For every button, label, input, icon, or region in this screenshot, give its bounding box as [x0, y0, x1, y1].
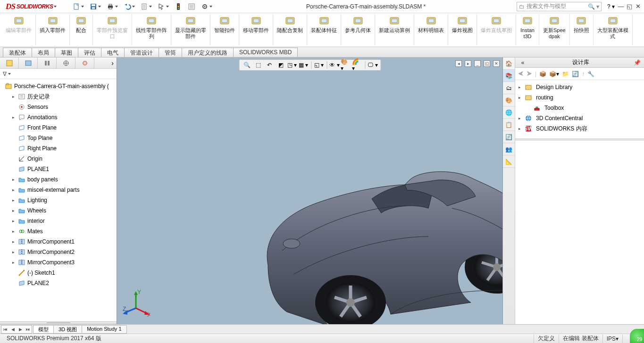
eye-button[interactable]: 👁 ▾ [329, 60, 340, 70]
tree-item[interactable]: ▸Annotations [0, 112, 117, 122]
tp-tab-view[interactable]: 🎨 [503, 94, 515, 106]
cm-tab-1[interactable]: 布局 [32, 48, 55, 57]
tree-item[interactable]: ▸PLANE2 [0, 278, 117, 288]
cm-tab-6[interactable]: 管筒 [159, 48, 182, 57]
tp-tab-design[interactable]: 📚 [503, 70, 515, 82]
ribbon-mate[interactable]: 配合 [72, 14, 91, 45]
cm-tab-7[interactable]: 用户定义的线路 [182, 48, 234, 57]
tree-item[interactable]: ▸miscel-external parts [0, 185, 117, 195]
help-button[interactable]: ? ▾ [605, 3, 617, 10]
prev-view-button[interactable]: ↶ [264, 60, 275, 70]
ribbon-insert-part[interactable]: 插入零部件 [38, 14, 67, 45]
hide-show-button[interactable]: ◱ ▾ [314, 60, 324, 70]
feature-filter[interactable]: ∇ [0, 69, 117, 79]
tp-add-button[interactable]: 📦▾ [549, 71, 559, 77]
vp-rest-button[interactable]: ◱ [484, 60, 490, 67]
design-lib-item[interactable]: Toolbox [516, 103, 643, 113]
tp-config-button[interactable]: 🔧 [587, 71, 594, 77]
tp-back-button[interactable]: ⮜ [518, 71, 524, 77]
tp-tab-props[interactable]: 📋 [503, 119, 515, 131]
vp-min-button[interactable]: _ [474, 60, 481, 67]
view-orient-button[interactable]: ◳ ▾ [287, 60, 297, 70]
cm-tab-5[interactable]: 管道设计 [124, 48, 159, 57]
ribbon-assy-feat[interactable]: 装配体特征 [309, 14, 339, 45]
tree-item[interactable]: ▸MirrorComponent2 [0, 247, 117, 257]
tree-item[interactable]: ▸Lighting [0, 195, 117, 205]
tab-3dview[interactable]: 3D 视图 [53, 325, 82, 334]
screen-button[interactable]: 🖵 ▾ [368, 60, 378, 70]
tp-tab-misc[interactable]: 📐 [503, 155, 515, 168]
ribbon-smart-fast[interactable]: 智能扣件 [212, 14, 237, 45]
status-units[interactable]: IPS ▾ [602, 335, 622, 343]
ribbon-ref-geom[interactable]: 参考几何体 [343, 14, 373, 45]
ribbon-speedpak[interactable]: 更新Speedpak [541, 14, 568, 45]
tree-item[interactable]: ▸Right Plane [0, 143, 117, 154]
qat-undo-button[interactable] [122, 1, 137, 12]
tree-root[interactable]: Porsche-Carrera-GT-main-assembly ( [0, 81, 117, 91]
qat-save-button[interactable] [88, 1, 103, 12]
tree-item[interactable]: ▸MirrorComponent3 [0, 257, 117, 268]
tree-item[interactable]: ▸Origin [0, 154, 117, 164]
fm-tab-feature[interactable] [0, 57, 19, 68]
design-lib-item[interactable]: ▸3D ContentCentral [516, 113, 643, 123]
tab-model[interactable]: 模型 [33, 325, 54, 334]
tree-item[interactable]: ▸(-) Sketch1 [0, 268, 117, 278]
tp-collapse-button[interactable]: « [518, 59, 527, 66]
cm-tab-4[interactable]: 电气 [101, 48, 125, 57]
fm-tab-display[interactable] [75, 57, 94, 68]
notification-badge[interactable]: 29 [630, 329, 644, 343]
tp-tab-appear[interactable]: 🌐 [503, 106, 515, 119]
vp-close-button[interactable]: ✕ [493, 60, 500, 67]
cm-tab-0[interactable]: 装配体 [3, 48, 32, 57]
ribbon-move-part[interactable]: 移动零部件 [241, 14, 271, 45]
design-lib-item[interactable]: ▸Design Library [516, 82, 643, 92]
ribbon-rand-mate[interactable]: 随配合复制 [275, 14, 305, 45]
vp-forward-button[interactable]: ▸ [465, 60, 471, 67]
qat-traffic-button[interactable] [173, 1, 184, 12]
tp-new-button[interactable]: 📦 [539, 71, 546, 77]
tree-item[interactable]: ▸Wheels [0, 205, 117, 216]
tree-item[interactable]: ▸PLANE1 [0, 164, 117, 174]
search-input[interactable]: 🗀 搜索文件与模型 🔍 ▾ [517, 2, 602, 11]
restore-button[interactable]: ◱ [625, 3, 634, 10]
close-button[interactable]: ✕ [634, 3, 642, 10]
tp-reload-button[interactable]: 🔄 [572, 71, 579, 77]
nav-first[interactable]: ⏮ [1, 327, 9, 332]
fm-tab-dim[interactable] [57, 57, 75, 68]
design-lib-item[interactable]: ▸routing [516, 92, 643, 103]
appearance-button[interactable]: 🎨 ▾ [341, 60, 351, 70]
ribbon-motion[interactable]: 新建运动算例 [377, 14, 412, 45]
minimize-button[interactable]: — [617, 3, 625, 10]
design-lib-item[interactable]: ▸SWSOLIDWORKS 内容 [516, 123, 643, 134]
qat-gear-button[interactable] [199, 1, 214, 12]
cm-tab-3[interactable]: 评估 [78, 48, 101, 57]
qat-options-button[interactable] [186, 1, 197, 12]
tp-forward-button[interactable]: ⮞ [527, 71, 532, 77]
fm-tab-property[interactable] [19, 57, 38, 68]
qat-rebuild-button[interactable] [139, 1, 154, 12]
tree-item[interactable]: ▸Sensors [0, 102, 117, 112]
tab-motion[interactable]: Motion Study 1 [82, 325, 126, 334]
tp-tab-refresh[interactable]: 🔄 [503, 131, 515, 143]
tree-item[interactable]: ▸interior [0, 216, 117, 226]
tree-item[interactable]: ▸MirrorComponent1 [0, 237, 117, 247]
vp-back-button[interactable]: ◂ [455, 60, 462, 67]
ribbon-instant3d[interactable]: Instant3D [518, 14, 537, 45]
ribbon-large-assy[interactable]: 大型装配体模式 [595, 14, 630, 45]
tree-item[interactable]: ▸body panels [0, 174, 117, 185]
pin-icon[interactable]: 📌 [634, 59, 641, 66]
tree-item[interactable]: ▸历史记录 [0, 91, 117, 102]
graphics-viewport[interactable]: 🔍 ⬚ ↶ ◩ ◳ ▾ ▦ ▾ ◱ ▾ 👁 ▾ 🎨 ▾ 🌈 ▾ 🖵 ▾ ◂ ▸ … [117, 57, 502, 324]
tp-folder-button[interactable]: 📁 [562, 71, 569, 77]
nav-prev[interactable]: ◀ [9, 327, 17, 332]
tp-tab-explorer[interactable]: 🗂 [503, 82, 515, 94]
cm-tab-2[interactable]: 草图 [55, 48, 78, 57]
zoom-fit-button[interactable]: 🔍 [242, 60, 252, 70]
tree-item[interactable]: ▸Front Plane [0, 122, 117, 133]
tp-tab-home[interactable]: 🏠 [503, 57, 515, 70]
qat-select-button[interactable] [156, 1, 171, 12]
fm-tab-config[interactable] [38, 57, 57, 68]
scene-button[interactable]: 🌈 ▾ [352, 60, 362, 70]
tree-item[interactable]: ▸Top Plane [0, 133, 117, 143]
qat-new-button[interactable] [71, 1, 86, 12]
